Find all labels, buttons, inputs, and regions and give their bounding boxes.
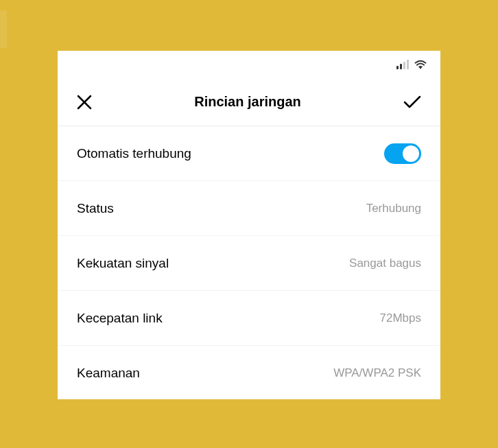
speed-label: Kecepatan link	[77, 311, 163, 326]
row-speed: Kecepatan link 72Mbps	[58, 291, 440, 346]
speed-value: 72Mbps	[380, 311, 421, 325]
decorative-tab	[0, 10, 7, 48]
row-security: Keamanan WPA/WPA2 PSK	[58, 346, 440, 399]
signal-value: Sangat bagus	[349, 257, 421, 270]
auto-connect-label: Otomatis terhubung	[77, 146, 191, 161]
status-label: Status	[77, 201, 114, 216]
row-status: Status Terhubung	[58, 181, 440, 236]
phone-screen: Rincian jaringan Otomatis terhubung Stat…	[58, 51, 440, 399]
cellular-signal-icon	[396, 60, 409, 69]
status-value: Terhubung	[366, 202, 421, 215]
wifi-icon	[414, 60, 427, 69]
header: Rincian jaringan	[58, 78, 440, 126]
security-value: WPA/WPA2 PSK	[333, 366, 421, 380]
row-auto-connect: Otomatis terhubung	[58, 126, 440, 181]
close-icon[interactable]	[77, 95, 92, 110]
toggle-knob	[403, 145, 419, 162]
row-signal: Kekuatan sinyal Sangat bagus	[58, 236, 440, 291]
check-icon[interactable]	[403, 95, 421, 109]
auto-connect-toggle[interactable]	[384, 143, 421, 164]
status-bar	[58, 51, 440, 78]
page-title: Rincian jaringan	[92, 94, 403, 110]
security-label: Keamanan	[77, 366, 140, 381]
signal-label: Kekuatan sinyal	[77, 256, 169, 271]
